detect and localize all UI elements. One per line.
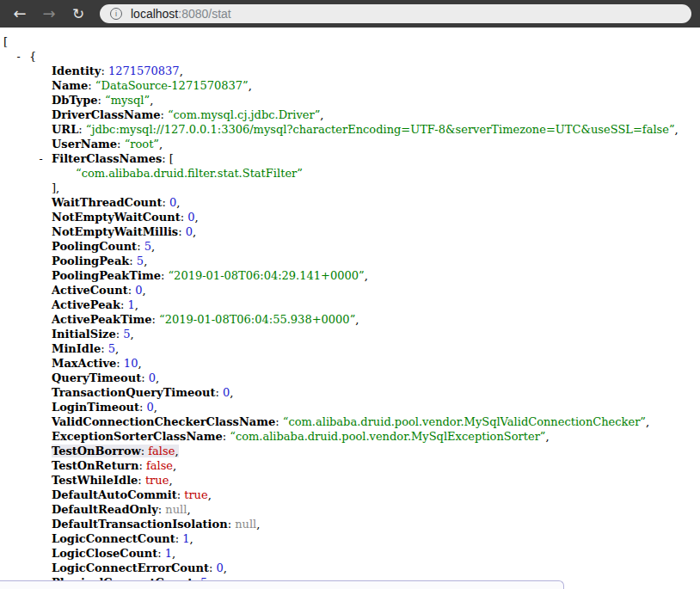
json-value-boolean: true — [145, 474, 169, 487]
json-comma: , — [144, 255, 147, 267]
line-content: LoginTimeout: 0, — [52, 401, 157, 414]
json-colon: : — [177, 488, 185, 501]
json-line: DefaultTransactionIsolation: null, — [0, 517, 700, 531]
json-comma: , — [320, 108, 323, 121]
json-line: MinIdle: 5, — [0, 341, 700, 356]
json-value-string: “mysql” — [105, 94, 150, 107]
json-line: ], — [0, 181, 700, 195]
json-comma: , — [365, 269, 368, 282]
json-colon: : — [117, 138, 125, 150]
json-comma: , — [173, 459, 176, 472]
json-comma: , — [190, 532, 193, 545]
json-comma: , — [208, 488, 212, 501]
json-value-null: null — [165, 503, 187, 516]
json-line: “com.alibaba.druid.filter.stat.StatFilte… — [0, 166, 700, 181]
line-content: TestWhileIdle: true, — [52, 474, 173, 487]
json-comma: , — [230, 386, 233, 399]
highlighted-line-content: TestOnBorrow: false, — [52, 445, 179, 457]
address-bar[interactable]: i localhost:8080/stat — [100, 4, 691, 23]
json-line: WaitThreadCount: 0, — [0, 195, 700, 210]
json-colon: : — [215, 386, 223, 399]
json-viewer: [-{Identity: 1271570837,Name: “DataSourc… — [0, 28, 700, 589]
json-key: LogicConnectErrorCount — [52, 561, 209, 574]
json-line: TransactionQueryTimeout: 0, — [0, 385, 700, 400]
json-comma: , — [156, 371, 159, 384]
line-content: LogicCloseCount: 1, — [52, 547, 175, 560]
json-key: DefaultAutoCommit — [52, 488, 177, 501]
json-value-string: “root” — [125, 138, 159, 150]
json-comma: , — [546, 430, 550, 443]
json-key: UserName — [52, 138, 117, 150]
json-comma: , — [115, 342, 119, 355]
collapse-toggle-icon[interactable]: - — [15, 50, 29, 64]
json-key: NotEmptyWaitMillis — [52, 225, 178, 238]
json-key: TransactionQueryTimeout — [52, 386, 215, 399]
forward-icon[interactable]: → — [38, 0, 60, 28]
json-line: ValidConnectionCheckerClassName: “com.al… — [0, 414, 700, 429]
json-value-string: “DataSource-1271570837” — [95, 79, 249, 92]
line-content: DefaultAutoCommit: true, — [52, 488, 212, 501]
json-comma: , — [159, 138, 163, 150]
json-value-number: 0 — [147, 401, 154, 414]
json-line: Identity: 1271570837, — [0, 64, 700, 78]
line-content: [ — [3, 35, 8, 48]
reload-icon[interactable]: ↻ — [67, 0, 89, 28]
json-value-string: “com.mysql.cj.jdbc.Driver” — [168, 108, 320, 121]
json-comma: , — [143, 284, 146, 297]
json-value-number: 5 — [123, 328, 130, 341]
json-colon: : — [98, 94, 106, 107]
line-content: UserName: “root”, — [52, 138, 163, 150]
json-line: DriverClassName: “com.mysql.cj.jdbc.Driv… — [0, 107, 700, 122]
json-line: UserName: “root”, — [0, 137, 700, 151]
line-content: FilterClassNames: [ — [52, 152, 174, 165]
line-content: PoolingPeakTime: “2019-01-08T06:04:29.14… — [52, 269, 368, 282]
back-icon[interactable]: ← — [9, 0, 31, 28]
json-comma: , — [169, 474, 172, 487]
line-content: ActivePeakTime: “2019-01-08T06:04:55.938… — [52, 313, 359, 326]
line-content: TransactionQueryTimeout: 0, — [52, 386, 233, 399]
json-value-number: 10 — [124, 357, 138, 370]
json-comma: , — [176, 196, 180, 209]
json-line: PoolingCount: 5, — [0, 239, 700, 254]
json-key: MaxActive — [52, 357, 116, 370]
line-content: DriverClassName: “com.mysql.cj.jdbc.Driv… — [52, 108, 323, 121]
json-key: ActiveCount — [52, 284, 128, 297]
json-line: Name: “DataSource-1271570837”, — [0, 78, 700, 93]
json-line: TestWhileIdle: true, — [0, 473, 700, 488]
json-colon: : — [152, 313, 160, 326]
json-key: FilterClassNames — [52, 152, 162, 165]
json-key: InitialSize — [52, 328, 116, 341]
json-line: LogicConnectCount: 1, — [0, 531, 700, 546]
json-line: NotEmptyWaitMillis: 0, — [0, 224, 700, 239]
json-line: [ — [0, 34, 700, 49]
line-content: InitialSize: 5, — [52, 328, 134, 341]
page-info-icon[interactable]: i — [110, 8, 122, 20]
json-key: DefaultReadOnly — [52, 503, 158, 516]
json-value-string: “2019-01-08T06:04:55.938+0000” — [159, 313, 355, 326]
json-value-string: “2019-01-08T06:04:29.141+0000” — [168, 269, 364, 282]
json-colon: : — [138, 459, 146, 472]
json-line: MaxActive: 10, — [0, 356, 700, 371]
line-content: ValidConnectionCheckerClassName: “com.al… — [52, 415, 649, 428]
json-key: ActivePeakTime — [52, 313, 152, 326]
json-key: DriverClassName — [52, 108, 160, 121]
json-colon: : — [162, 152, 169, 165]
json-colon: : — [101, 342, 108, 355]
collapse-toggle-icon[interactable]: - — [38, 152, 52, 167]
json-key: ValidConnectionCheckerClassName — [52, 415, 275, 428]
json-comma: , — [193, 225, 196, 238]
json-comma: , — [256, 518, 260, 531]
json-value-number: 5 — [144, 240, 151, 253]
json-line: TestOnBorrow: false, — [0, 444, 700, 458]
json-punct: [ — [3, 35, 8, 48]
json-key: MinIdle — [52, 342, 101, 355]
json-line: NotEmptyWaitCount: 0, — [0, 210, 700, 224]
json-colon: : — [163, 196, 170, 209]
json-value-string: “jdbc:mysql://127.0.0.1:3306/mysql?chara… — [86, 123, 675, 136]
line-content: LogicConnectErrorCount: 0, — [52, 561, 227, 574]
json-value-number: 1271570837 — [108, 64, 180, 77]
json-value-string: “com.alibaba.druid.pool.vendor.MySqlExce… — [230, 430, 545, 443]
json-colon: : — [116, 357, 124, 370]
line-content: LogicConnectCount: 1, — [52, 532, 193, 545]
json-colon: : — [223, 430, 230, 443]
